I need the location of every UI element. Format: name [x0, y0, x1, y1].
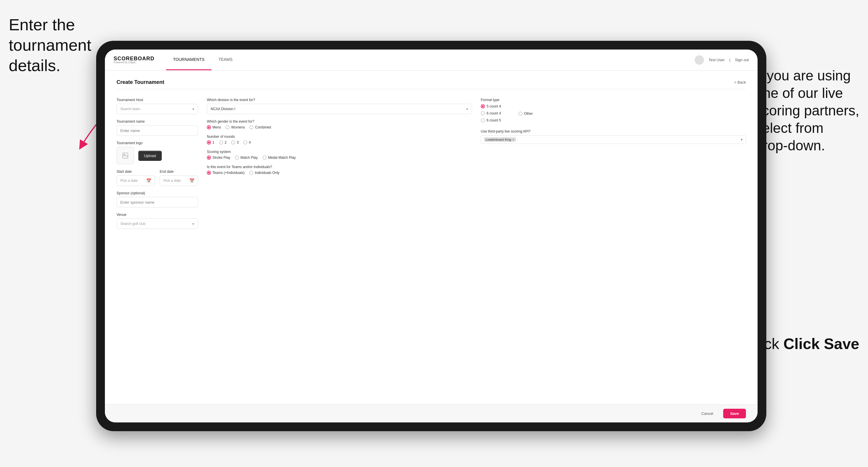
team-radio-group: Teams (+Individuals) Individuals Only [207, 171, 472, 175]
start-date-group: Start date Pick a date 📅 [117, 169, 155, 186]
team-individuals-radio[interactable] [249, 171, 253, 175]
gender-mens[interactable]: Mens [207, 125, 221, 129]
start-date-label: Start date [117, 169, 155, 174]
sponsor-label: Sponsor (optional) [117, 191, 198, 195]
cancel-button[interactable]: Cancel [695, 409, 719, 418]
scoring-match-radio[interactable] [235, 156, 239, 160]
format-6count4[interactable]: 6 count 4 [481, 111, 501, 115]
live-scoring-label: Use third-party live scoring API? [481, 129, 746, 133]
venue-group: Venue Search golf club ▾ [117, 213, 198, 229]
division-select[interactable]: NCAA Division I ▾ [207, 104, 472, 114]
back-link[interactable]: < Back [734, 80, 746, 85]
scoring-stroke-radio[interactable] [207, 156, 211, 160]
rounds-1[interactable]: 1 [207, 141, 214, 145]
team-teams-radio[interactable] [207, 171, 211, 175]
gender-womens[interactable]: Womens [225, 125, 245, 129]
division-group: Which division is the event for? NCAA Di… [207, 98, 472, 114]
form-footer: Cancel Save [105, 404, 757, 423]
tab-tournaments[interactable]: TOURNAMENTS [166, 50, 212, 70]
rounds-4[interactable]: 4 [243, 141, 251, 145]
gender-combined-radio[interactable] [249, 125, 253, 129]
rounds-3[interactable]: 3 [231, 141, 239, 145]
format-other-radio[interactable] [518, 112, 522, 116]
logo-placeholder [117, 147, 134, 164]
scoring-medal[interactable]: Medal Match Play [262, 156, 296, 160]
logo-title: SCOREBOARD [114, 56, 154, 61]
rounds-3-radio[interactable] [231, 141, 235, 145]
tournament-host-input[interactable]: Search team ▾ [117, 104, 198, 114]
gender-combined[interactable]: Combined [249, 125, 271, 129]
live-scoring-select[interactable]: Leaderboard King × ▾ [481, 135, 746, 144]
start-date-input[interactable]: Pick a date 📅 [117, 176, 155, 186]
pipe-separator: | [729, 58, 730, 62]
scoring-label: Scoring system [207, 150, 472, 154]
main-content: Create Tournament < Back Tournament Host… [105, 70, 757, 404]
tablet-screen: SCOREBOARD Powered by Clippit TOURNAMENT… [105, 50, 757, 423]
tablet: SCOREBOARD Powered by Clippit TOURNAMENT… [96, 41, 766, 431]
tab-teams[interactable]: TEAMS [212, 50, 240, 70]
rounds-radio-group: 1 2 3 [207, 141, 472, 145]
scoring-match[interactable]: Match Play [235, 156, 257, 160]
user-avatar [694, 55, 704, 65]
gender-label: Which gender is the event for? [207, 119, 472, 124]
left-column: Tournament Host Search team ▾ Tournament… [117, 98, 198, 234]
app-navbar: SCOREBOARD Powered by Clippit TOURNAMENT… [105, 50, 757, 70]
format-6count5[interactable]: 6 count 5 [481, 118, 501, 122]
format-other-option[interactable]: Other [518, 111, 533, 116]
calendar-icon-2: 📅 [189, 178, 194, 183]
sponsor-group: Sponsor (optional) [117, 191, 198, 208]
gender-womens-radio[interactable] [225, 125, 229, 129]
annotation-topleft: Enter the tournament details. [9, 14, 91, 76]
end-date-label: End date [160, 169, 198, 174]
chevron-down-icon: ▾ [192, 107, 194, 111]
rounds-4-radio[interactable] [243, 141, 247, 145]
right-column: Format type 5 count 4 6 coun [481, 98, 746, 234]
team-group: Is this event for Teams and/or Individua… [207, 165, 472, 175]
sign-out-link[interactable]: Sign out [735, 58, 749, 62]
team-label: Is this event for Teams and/or Individua… [207, 165, 472, 169]
form-container: Create Tournament < Back Tournament Host… [105, 70, 757, 404]
gender-group: Which gender is the event for? Mens Wome… [207, 119, 472, 129]
image-icon [122, 152, 129, 159]
middle-column: Which division is the event for? NCAA Di… [207, 98, 472, 234]
upload-button[interactable]: Upload [138, 151, 162, 161]
tournament-name-group: Tournament name [117, 119, 198, 136]
format-6count5-radio[interactable] [481, 118, 485, 122]
tournament-name-input[interactable] [117, 125, 198, 136]
rounds-1-radio[interactable] [207, 141, 211, 145]
live-scoring-group: Use third-party live scoring API? Leader… [481, 129, 746, 144]
team-teams[interactable]: Teams (+Individuals) [207, 171, 244, 175]
sponsor-input[interactable] [117, 197, 198, 208]
date-row: Start date Pick a date 📅 End date Pick a… [117, 169, 198, 186]
scoring-medal-radio[interactable] [262, 156, 267, 160]
format-type-label: Format type [481, 98, 746, 102]
logo-sub: Powered by Clippit [114, 61, 154, 64]
end-date-input[interactable]: Pick a date 📅 [160, 176, 198, 186]
division-label: Which division is the event for? [207, 98, 472, 102]
close-icon[interactable]: × [512, 138, 514, 141]
rounds-2-radio[interactable] [219, 141, 223, 145]
format-6count4-radio[interactable] [481, 111, 485, 115]
app-logo: SCOREBOARD Powered by Clippit [114, 56, 154, 64]
rounds-group: Number of rounds 1 2 [207, 134, 472, 145]
gender-radio-group: Mens Womens Combined [207, 125, 472, 129]
scoring-stroke[interactable]: Stroke Play [207, 156, 230, 160]
rounds-2[interactable]: 2 [219, 141, 227, 145]
team-individuals[interactable]: Individuals Only [249, 171, 279, 175]
user-name: Test User [709, 58, 725, 62]
scoring-group: Scoring system Stroke Play Match Play [207, 150, 472, 160]
logo-upload-area: Upload [117, 147, 198, 164]
format-5count4[interactable]: 5 count 4 [481, 104, 501, 108]
save-button[interactable]: Save [723, 409, 746, 418]
gender-mens-radio[interactable] [207, 125, 211, 129]
format-type-group: Format type 5 count 4 6 coun [481, 98, 746, 122]
format-options-row: 5 count 4 6 count 4 6 count 5 [481, 104, 746, 122]
tournament-logo-group: Tournament logo Upload [117, 141, 198, 164]
format-5count4-radio[interactable] [481, 104, 485, 108]
end-date-group: End date Pick a date 📅 [160, 169, 198, 186]
chevron-down-icon-division: ▾ [466, 107, 468, 111]
form-columns: Tournament Host Search team ▾ Tournament… [117, 98, 746, 234]
scoring-radio-group: Stroke Play Match Play Medal Match Play [207, 156, 472, 160]
venue-input[interactable]: Search golf club ▾ [117, 218, 198, 229]
format-left-options: 5 count 4 6 count 4 6 count 5 [481, 104, 501, 122]
